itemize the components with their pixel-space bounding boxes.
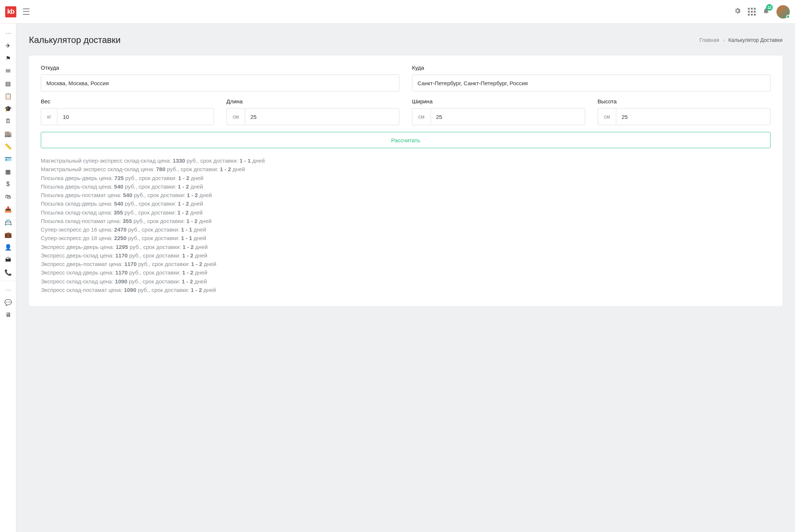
result-days: 1 - 2 bbox=[178, 183, 189, 190]
result-name: Супер-экспресс до 18 bbox=[41, 235, 97, 241]
layout: ⋯✈⚑✉▤📋🎓🗓🏬📏🪪▦$🛍📥📇💼👤🏔📞 ⋯💬🖥 Калькулятор дос… bbox=[0, 24, 795, 532]
result-name: Супер-экспресс до 16 bbox=[41, 226, 97, 233]
notifications-button[interactable]: 12 bbox=[762, 7, 770, 16]
results-list: Магистральный супер-экспресс склад-склад… bbox=[41, 156, 771, 294]
length-label: Длина bbox=[227, 98, 400, 104]
presence-dot bbox=[786, 15, 790, 19]
result-name: Экспресс склад-дверь bbox=[41, 269, 98, 276]
width-label: Ширина bbox=[412, 98, 585, 104]
notifications-count: 12 bbox=[766, 4, 773, 11]
result-line: Экспресс склад-дверь цена: 1170 руб., ср… bbox=[41, 268, 771, 277]
result-days: 1 - 2 bbox=[182, 269, 193, 276]
result-line: Посылка склад-постамат цена: 355 руб., с… bbox=[41, 217, 771, 225]
store-icon[interactable]: 🏬 bbox=[0, 127, 16, 140]
length-input[interactable] bbox=[245, 108, 399, 125]
result-name: Экспресс склад-постамат bbox=[41, 287, 107, 293]
mail-icon[interactable]: ✉ bbox=[0, 64, 16, 77]
result-line: Посылка дверь-дверь цена: 725 руб., срок… bbox=[41, 174, 771, 182]
clipboard-icon[interactable]: 📋 bbox=[0, 90, 16, 102]
result-name: Посылка склад-постамат bbox=[41, 218, 106, 224]
bag-icon[interactable]: 🛍 bbox=[0, 190, 16, 203]
chevron-right-icon: › bbox=[723, 37, 725, 43]
more-icon[interactable]: ⋯ bbox=[0, 283, 16, 296]
height-label: Высота bbox=[598, 98, 771, 104]
calendar-icon[interactable]: 🗓 bbox=[0, 115, 16, 127]
result-line: Магистральный супер-экспресс склад-склад… bbox=[41, 156, 771, 165]
result-name: Магистральный экспресс склад-склад bbox=[41, 166, 139, 172]
result-name: Экспресс дверь-постамат bbox=[41, 261, 107, 267]
result-line: Супер-экспресс до 16 цена: 2470 руб., ср… bbox=[41, 225, 771, 234]
weight-input[interactable] bbox=[57, 108, 214, 125]
to-label: Куда bbox=[412, 64, 771, 71]
breadcrumb-current: Калькулятор Доставки bbox=[728, 37, 782, 43]
from-label: Откуда bbox=[41, 64, 399, 71]
width-input[interactable] bbox=[431, 108, 585, 125]
result-days: 1 - 2 bbox=[220, 166, 231, 172]
result-line: Супер-экспресс до 18 цена: 2250 руб., ср… bbox=[41, 234, 771, 242]
result-price: 355 bbox=[123, 218, 132, 224]
field-to: Куда bbox=[412, 64, 771, 92]
gear-icon[interactable] bbox=[734, 7, 741, 16]
result-name: Посылка дверь-постамат bbox=[41, 192, 106, 198]
page-head: Калькулятор доставки Главная › Калькулят… bbox=[29, 35, 782, 45]
monitor-icon[interactable]: 🖥 bbox=[0, 309, 16, 321]
plane-icon[interactable]: ✈ bbox=[0, 39, 16, 52]
user-icon[interactable]: 👤 bbox=[0, 241, 16, 253]
result-price: 540 bbox=[123, 192, 132, 198]
result-price: 1170 bbox=[115, 269, 128, 276]
dollar-icon[interactable]: $ bbox=[0, 178, 16, 190]
topbar-right: 12 bbox=[734, 5, 790, 19]
result-line: Экспресс дверь-постамат цена: 1170 руб.,… bbox=[41, 260, 771, 268]
chat-icon[interactable]: 💬 bbox=[0, 296, 16, 309]
phone-icon[interactable]: 📞 bbox=[0, 266, 16, 279]
from-input[interactable] bbox=[41, 74, 399, 92]
mountain-icon[interactable]: 🏔 bbox=[0, 253, 16, 266]
result-days: 1 - 2 bbox=[191, 261, 202, 267]
logo-text: kb bbox=[7, 8, 14, 16]
field-from: Откуда bbox=[41, 64, 399, 92]
breadcrumb: Главная › Калькулятор Доставки bbox=[699, 37, 782, 43]
result-price: 780 bbox=[156, 166, 165, 172]
news-icon[interactable]: ▤ bbox=[0, 77, 16, 90]
sidebar-divider bbox=[0, 281, 16, 281]
result-name: Экспресс дверь-дверь bbox=[41, 244, 99, 250]
breadcrumb-home[interactable]: Главная bbox=[699, 37, 719, 43]
ruler-icon[interactable]: 📏 bbox=[0, 140, 16, 153]
result-price: 355 bbox=[114, 209, 123, 216]
weight-label: Вес bbox=[41, 98, 214, 104]
inbox-icon[interactable]: 📥 bbox=[0, 203, 16, 216]
height-unit: см bbox=[598, 108, 616, 125]
logo[interactable]: kb bbox=[5, 6, 16, 17]
contact-icon[interactable]: 📇 bbox=[0, 216, 16, 228]
avatar[interactable] bbox=[776, 5, 790, 19]
content: Калькулятор доставки Главная › Калькулят… bbox=[16, 24, 795, 532]
calculate-button[interactable]: Рассчитать bbox=[41, 132, 771, 148]
result-line: Экспресс склад-склад цена: 1090 руб., ср… bbox=[41, 277, 771, 286]
id-card-icon[interactable]: 🪪 bbox=[0, 153, 16, 165]
result-name: Посылка склад-дверь bbox=[41, 200, 97, 207]
result-days: 1 - 1 bbox=[181, 235, 192, 241]
result-price: 1090 bbox=[124, 287, 136, 293]
to-input[interactable] bbox=[412, 74, 771, 92]
field-weight: Вес кг bbox=[41, 98, 214, 125]
result-line: Посылка дверь-постамат цена: 540 руб., с… bbox=[41, 191, 771, 199]
field-length: Длина см bbox=[227, 98, 400, 125]
flag-icon[interactable]: ⚑ bbox=[0, 52, 16, 64]
result-days: 1 - 2 bbox=[191, 287, 202, 293]
result-days: 1 - 2 bbox=[187, 218, 198, 224]
height-input[interactable] bbox=[616, 108, 771, 125]
graduation-icon[interactable]: 🎓 bbox=[0, 102, 16, 115]
more-icon[interactable]: ⋯ bbox=[0, 27, 16, 39]
apps-icon[interactable] bbox=[748, 8, 756, 16]
result-days: 1 - 2 bbox=[182, 278, 193, 285]
sidebar: ⋯✈⚑✉▤📋🎓🗓🏬📏🪪▦$🛍📥📇💼👤🏔📞 ⋯💬🖥 bbox=[0, 24, 16, 532]
briefcase-icon[interactable]: 💼 bbox=[0, 228, 16, 241]
hamburger-icon[interactable]: ☰ bbox=[22, 7, 30, 17]
length-unit: см bbox=[227, 108, 245, 125]
weight-unit: кг bbox=[41, 108, 57, 125]
th-icon[interactable]: ▦ bbox=[0, 165, 16, 178]
result-days: 1 - 2 bbox=[178, 209, 189, 216]
result-price: 1170 bbox=[115, 252, 128, 259]
result-line: Экспресс дверь-склад цена: 1170 руб., ср… bbox=[41, 251, 771, 260]
result-line: Посылка склад-склад цена: 355 руб., срок… bbox=[41, 208, 771, 217]
